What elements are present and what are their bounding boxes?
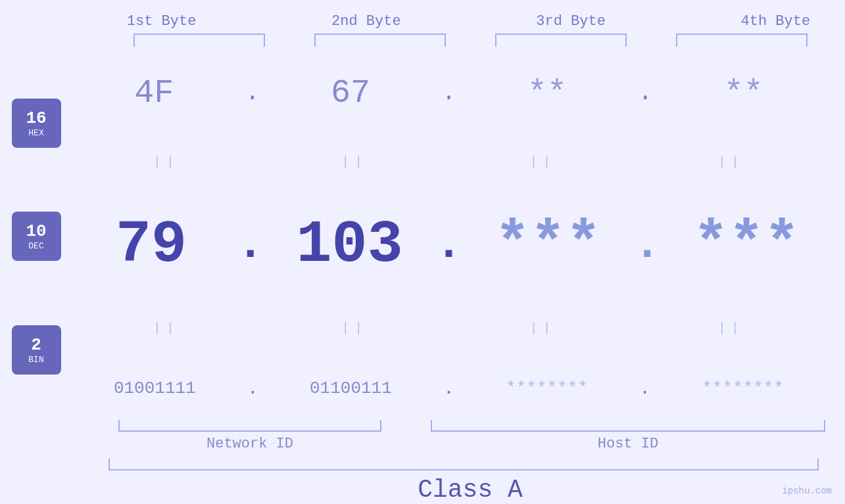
class-label: Class A: [109, 476, 832, 504]
dec-dot-3: .: [633, 219, 661, 271]
dec-dot-1: .: [237, 219, 264, 271]
dec-byte-4: ***: [674, 212, 819, 279]
dec-dot-2: .: [435, 219, 462, 271]
host-id-section: Host ID: [424, 420, 832, 452]
bottom-bracket-section: Network ID Host ID Class A: [109, 420, 832, 504]
bin-byte-1: 01001111: [82, 378, 227, 398]
bin-byte-3: ********: [475, 378, 619, 398]
id-brackets: Network ID Host ID: [109, 420, 832, 452]
equals-row-1: || || || ||: [72, 154, 825, 170]
watermark: ipshu.com: [782, 486, 832, 496]
byte-header-4: 4th Byte: [703, 13, 845, 30]
eq2-1: ||: [94, 321, 239, 336]
byte-header-3: 3rd Byte: [498, 13, 643, 30]
hex-badge: 16 HEX: [12, 99, 61, 148]
bin-dot-3: .: [639, 378, 650, 399]
main-container: 1st Byte 2nd Byte 3rd Byte 4th Byte 16 H…: [0, 0, 845, 504]
eq-2: ||: [282, 154, 427, 170]
eq-1: ||: [94, 154, 239, 170]
equals-row-2: || || || ||: [72, 321, 825, 336]
network-id-section: Network ID: [109, 420, 391, 452]
hex-dot-1: .: [245, 80, 260, 106]
hex-row: 4F . 67 . ** . **: [72, 74, 825, 112]
host-bracket: [431, 420, 825, 432]
bracket-top-4: [676, 34, 808, 47]
bin-byte-4: ********: [671, 378, 815, 398]
bracket-top-3: [495, 34, 627, 47]
eq2-3: ||: [471, 321, 616, 336]
hex-byte-3: **: [475, 74, 619, 112]
full-span-bracket: Class A: [109, 459, 832, 504]
hex-byte-1: 4F: [82, 74, 226, 112]
dec-badge: 10 DEC: [12, 212, 61, 261]
eq-4: ||: [659, 154, 804, 170]
bin-dot-1: .: [247, 378, 258, 399]
dec-byte-2: 103: [278, 212, 422, 279]
bin-badge: 2 BIN: [12, 325, 61, 375]
host-id-label: Host ID: [598, 436, 658, 452]
badges-column: 16 HEX 10 DEC 2 BIN: [0, 53, 72, 420]
eq-3: ||: [471, 154, 616, 170]
eq2-2: ||: [282, 321, 427, 336]
hex-byte-2: 67: [278, 74, 423, 112]
bin-byte-2: 01100111: [278, 378, 423, 398]
eq2-4: ||: [659, 321, 804, 336]
hex-byte-4: **: [671, 74, 816, 112]
dec-byte-1: 79: [79, 212, 224, 279]
class-bracket: [109, 459, 819, 470]
bin-row: 01001111 . 01100111 . ******** . *******…: [72, 378, 825, 399]
bracket-top-2: [314, 34, 446, 47]
bin-dot-2: .: [443, 378, 454, 399]
network-bracket: [118, 420, 381, 432]
dec-row: 79 . 103 . *** . ***: [72, 212, 825, 279]
hex-dot-2: .: [442, 80, 456, 106]
dec-byte-3: ***: [475, 212, 620, 279]
byte-header-1: 1st Byte: [89, 13, 234, 30]
network-id-label: Network ID: [206, 436, 293, 452]
bracket-top-1: [133, 34, 265, 47]
byte-header-2: 2nd Byte: [294, 13, 439, 30]
hex-dot-3: .: [638, 80, 652, 106]
